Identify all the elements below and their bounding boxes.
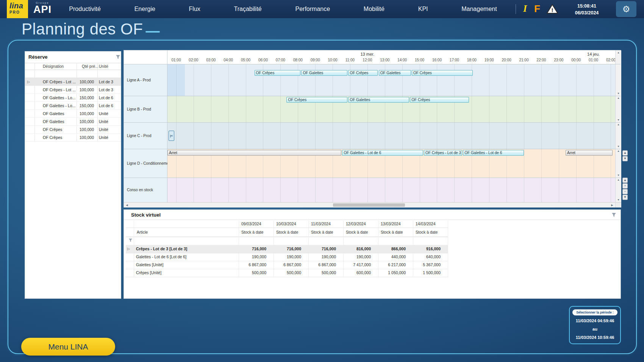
scroll-down-icon[interactable]: ▼ xyxy=(617,198,620,201)
nav-item-tracabilite[interactable]: Traçabilité xyxy=(234,6,262,12)
scroll-down-icon[interactable]: ▼ xyxy=(617,92,620,95)
gantt-stop-bar[interactable]: Arret xyxy=(167,150,341,156)
indicator-i[interactable]: I xyxy=(521,3,530,15)
indicator-f[interactable]: F xyxy=(532,3,542,15)
gantt-vscrollbar[interactable]: ▲▼ xyxy=(615,96,621,122)
gantt-vscrollbar[interactable]: ▲▼ xyxy=(615,149,621,178)
menu-lina-button[interactable]: Menu LINA xyxy=(21,338,115,356)
reserve-row[interactable]: ▷OF Crêpes - Lot ...100,000Lot de 3 xyxy=(25,78,121,86)
nav-item-kpi[interactable]: KPI xyxy=(418,6,428,12)
nav-item-energie[interactable]: Energie xyxy=(134,6,155,12)
stock-article-cell[interactable]: Galettes - Lot de 6 [Lot de 6] xyxy=(136,253,238,261)
stock-date-header[interactable]: 13/03/2024 xyxy=(378,222,413,226)
reserve-row[interactable]: OF Galettes100,000Unité xyxy=(25,110,121,118)
nav-item-productivite[interactable]: Productivité xyxy=(69,6,101,12)
scroll-left-icon[interactable]: ◀ xyxy=(124,203,130,208)
scroll-up-icon[interactable]: ▲ xyxy=(617,97,620,100)
gantt-row-track-ligne-c-prod[interactable]: |< xyxy=(167,122,615,149)
gantt-hscrollbar[interactable]: ◀▶ xyxy=(124,202,615,208)
column-header-designation[interactable]: Désignation xyxy=(43,63,64,70)
gantt-hour-label: 01:00 xyxy=(169,58,184,62)
gantt-of-bar[interactable]: OF Galettes - Lot de 6 xyxy=(463,150,524,156)
reserve-row[interactable]: OF Crêpes100,000Unité xyxy=(25,134,121,142)
stock-date-header[interactable]: 09/03/2024 xyxy=(239,222,274,226)
gantt-side-scroll-down-icon[interactable]: ▼ xyxy=(622,156,628,161)
select-period-button[interactable]: Sélectionner la période : xyxy=(572,309,617,315)
reserve-row[interactable]: OF Galettes - Lo...150,000Lot de 6 xyxy=(25,102,121,110)
gantt-of-bar[interactable]: OF Crêpes xyxy=(255,70,301,76)
filter-icon[interactable] xyxy=(612,213,616,217)
reserve-filter-row[interactable] xyxy=(25,70,121,78)
gantt-skip-start-marker[interactable]: |< xyxy=(169,131,174,141)
gantt-gridline xyxy=(541,149,542,178)
reserve-row[interactable]: OF Crêpes - Lot ...100,000Lot de 3 xyxy=(25,86,121,94)
gantt-side-scroll-up-icon[interactable]: ▲ xyxy=(622,178,628,183)
gantt-hour-label: 21:00 xyxy=(516,58,531,62)
stock-article-cell[interactable]: Crêpes - Lot de 3 [Lot de 3] xyxy=(136,245,238,253)
gantt-of-bar[interactable]: OF Galettes xyxy=(379,70,411,76)
stock-date-header[interactable]: 14/03/2024 xyxy=(413,222,448,226)
column-header-qty[interactable]: Qté pré... xyxy=(82,63,98,70)
stock-date-header[interactable]: 10/03/2024 xyxy=(274,222,308,226)
column-header-unit[interactable]: Unité xyxy=(99,63,108,70)
gantt-vscrollbar[interactable]: ▲▼ xyxy=(615,50,621,96)
gantt-gridline xyxy=(541,64,542,96)
stock-article-cell[interactable]: Galettes [Unité] xyxy=(136,261,238,269)
scroll-down-icon[interactable]: ▼ xyxy=(617,145,620,148)
gantt-of-bar[interactable]: OF Galettes xyxy=(301,70,347,76)
gantt-row-track-ligne-b-prod[interactable]: OF CrêpesOF GalettesOF Crêpes xyxy=(167,96,615,122)
hscroll-thumb[interactable] xyxy=(333,203,405,207)
gantt-gridline xyxy=(176,96,177,122)
gantt-row-label-text: Ligne C - Prod xyxy=(124,134,151,138)
gantt-of-bar[interactable]: OF Crêpes xyxy=(410,97,469,103)
row-expander-icon[interactable]: ▷ xyxy=(127,246,130,252)
gantt-gridline xyxy=(263,96,263,122)
reserve-designation-cell: OF Crêpes xyxy=(43,126,76,134)
nav-item-flux[interactable]: Flux xyxy=(189,6,200,12)
scroll-up-icon[interactable]: ▲ xyxy=(617,150,620,153)
scroll-down-icon[interactable]: ▼ xyxy=(617,174,620,177)
nav-item-performance[interactable]: Performance xyxy=(295,6,330,12)
gantt-stop-bar[interactable]: Arret xyxy=(566,150,613,156)
scroll-down-icon[interactable]: ▼ xyxy=(617,119,620,122)
gantt-of-bar[interactable]: OF Crêpes xyxy=(286,97,347,103)
settings-button[interactable]: ⚙ xyxy=(616,1,636,17)
gantt-side-scroll-down-icon[interactable]: ▼ xyxy=(622,195,628,200)
filter-icon[interactable] xyxy=(116,55,120,59)
warning-icon[interactable]: ! xyxy=(546,4,558,16)
gantt-row-track-ligne-a-prod[interactable]: OF CrêpesOF GalettesOF CrêpesOF Galettes… xyxy=(167,64,615,96)
gantt-row-track-conso-en-stock[interactable] xyxy=(167,178,615,202)
gantt-row-track-ligne-d-conditionnement[interactable]: ArretOF Galettes - Lot de 6OF Crêpes - L… xyxy=(167,149,615,178)
reserve-row[interactable]: OF Galettes - Lo...150,000Lot de 6 xyxy=(25,94,121,102)
gantt-hour-label: 01:00 xyxy=(586,58,601,62)
gantt-vscrollbar[interactable]: ▲▼ xyxy=(615,178,621,202)
reserve-designation-cell: OF Galettes - Lo... xyxy=(43,94,76,102)
scroll-up-icon[interactable]: ▲ xyxy=(617,51,620,54)
gantt-hour-label: 13:00 xyxy=(377,58,392,62)
scroll-up-icon[interactable]: ▲ xyxy=(617,123,620,126)
gantt-of-bar[interactable]: OF Crêpes - Lot de 3 xyxy=(424,150,462,156)
gantt-zoom-in-icon[interactable]: + xyxy=(622,183,628,189)
gear-icon: ⚙ xyxy=(622,4,630,14)
stock-date-header[interactable]: 12/03/2024 xyxy=(343,222,378,226)
clock-time: 15:08:41 xyxy=(563,3,611,9)
nav-item-mobilite[interactable]: Mobilité xyxy=(364,6,385,12)
gantt-of-bar[interactable]: OF Crêpes xyxy=(412,70,473,76)
nav-item-management[interactable]: Management xyxy=(461,6,497,12)
gantt-zoom-out-icon[interactable]: − xyxy=(622,189,628,194)
reserve-row[interactable]: OF Crêpes100,000Unité xyxy=(25,126,121,134)
scroll-right-icon[interactable]: ▶ xyxy=(609,203,615,208)
gantt-side-scroll-up-icon[interactable]: ▲ xyxy=(622,150,628,156)
stock-date-header[interactable]: 11/03/2024 xyxy=(308,222,343,226)
gantt-vscrollbar[interactable]: ▲▼ xyxy=(615,122,621,149)
gantt-of-bar[interactable]: OF Crêpes xyxy=(348,70,378,76)
row-expander-icon[interactable]: ▷ xyxy=(27,78,30,86)
gantt-of-bar[interactable]: OF Galettes xyxy=(348,97,409,103)
filter-row-icon[interactable] xyxy=(129,239,132,242)
reserve-row[interactable]: OF Galettes100,000Unité xyxy=(25,118,121,126)
lina-logo[interactable]: lina PRO xyxy=(7,0,28,18)
stock-article-cell[interactable]: Crêpes [Unité] xyxy=(136,269,238,277)
reserve-unit-cell: Lot de 6 xyxy=(97,102,121,110)
gantt-of-bar[interactable]: OF Galettes - Lot de 6 xyxy=(342,150,423,156)
scroll-up-icon[interactable]: ▲ xyxy=(617,178,620,181)
